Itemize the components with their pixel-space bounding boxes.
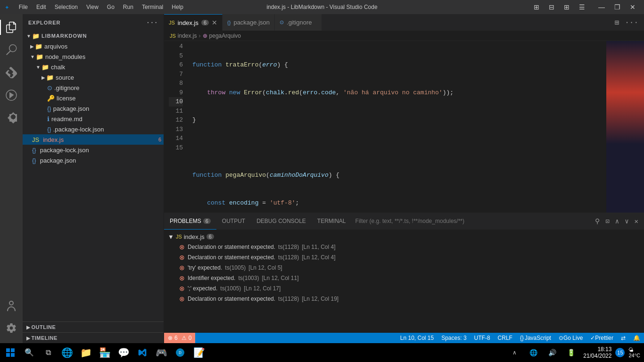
taskview-button[interactable]: ⧉ [40,344,57,361]
panel-up-icon[interactable]: ∧ [613,216,621,226]
sidebar-more-actions[interactable]: ··· [146,19,158,26]
tree-chalk[interactable]: ▼ 📁 chalk [23,62,164,72]
tree-package-lock-inner[interactable]: {} .package-lock.json [23,124,164,134]
problem-item-5[interactable]: ⊗ Declaration or statement expected. ts(… [164,294,644,304]
timeline-header[interactable]: ▶ TIMELINE [23,333,164,343]
tree-arquivos[interactable]: ▶ 📁 arquivos [23,41,164,51]
node-modules-arrow-icon: ▼ [30,54,35,59]
tree-gitignore[interactable]: ⊙ .gitignore [23,82,164,93]
menu-terminal[interactable]: Terminal [138,3,167,11]
tree-node-modules[interactable]: ▼ 📁 node_modules [23,51,164,62]
teams-icon[interactable]: 💬 [115,344,132,361]
menu-run[interactable]: Run [119,3,137,11]
menu-view[interactable]: View [83,3,102,11]
layout-icon[interactable]: ⊞ [530,1,543,13]
tree-readme[interactable]: ℹ readme.md [23,114,164,124]
maximize-button[interactable]: ❐ [611,1,624,13]
error-icon-4: ⊗ [179,285,185,292]
outline-header[interactable]: ▶ OUTLINE [23,322,164,332]
activity-git[interactable] [0,61,23,84]
start-button[interactable] [2,344,19,361]
tab-gitignore[interactable]: ⊙ .gitignore [275,14,322,31]
tree-index-js[interactable]: JS index.js 6 [23,134,164,145]
status-prettier[interactable]: ✓ Prettier [586,333,617,343]
tree-source[interactable]: ▶ 📁 source [23,72,164,82]
dell-icon[interactable]: D [172,344,189,361]
file-tree: ▼ 📁 LIBMARKDOWN ▶ 📁 arquivos ▼ 📁 node_mo… [23,31,164,321]
tree-chalk-package[interactable]: {} package.json [23,103,164,114]
tab-package-json[interactable]: {} package.json [223,14,275,31]
sticky-notes-icon[interactable]: 📝 [190,344,207,361]
close-button[interactable]: ✕ [626,1,639,13]
notification-badge[interactable]: 15 [615,348,625,357]
tree-package-json[interactable]: {} package.json [23,155,164,165]
vscode-taskbar[interactable] [134,344,151,361]
status-position[interactable]: Ln 10, Col 15 [396,333,438,343]
tab-index-js[interactable]: JS index.js 6 ✕ [164,14,223,31]
prettier-text: Prettier [595,335,613,341]
status-remote-icon[interactable]: ⇄ [617,333,629,343]
status-spaces[interactable]: Spaces: 3 [438,333,470,343]
tree-package-lock[interactable]: {} package-lock.json [23,145,164,155]
store-icon[interactable]: 🏪 [96,344,113,361]
tree-root[interactable]: ▼ 📁 LIBMARKDOWN [23,31,164,41]
output-tab-label: OUTPUT [222,218,245,224]
error-icon-0: ⊗ [179,243,185,251]
status-encoding[interactable]: UTF-8 [471,333,494,343]
activity-settings[interactable] [0,317,23,339]
split-editor-icon[interactable]: ⊞ [613,17,621,28]
menu-help[interactable]: Help [168,3,187,11]
menu-edit[interactable]: Edit [33,3,50,11]
code-editor[interactable]: 4 5 6 7 8 9 10 11 12 13 14 15 function t… [164,41,644,213]
problem-item-3[interactable]: ⊗ Identifier expected. ts(1003) [Ln 12, … [164,273,644,283]
search-taskbar[interactable]: 🔍 [21,344,38,361]
status-go-live[interactable]: ⊙ Go Live [555,333,586,343]
activity-search[interactable] [0,39,23,61]
panel-icon[interactable]: ☰ [575,1,589,13]
panel-tab-terminal[interactable]: TERMINAL [312,213,352,230]
status-bell-icon[interactable]: 🔔 [629,333,644,343]
battery-icon[interactable]: 🔋 [562,344,579,361]
tab-index-js-close[interactable]: ✕ [212,19,217,26]
layout2-icon[interactable]: ⊟ [545,1,558,13]
problem-group-header[interactable]: ▼ JS index.js 6 [164,231,644,242]
tree-license[interactable]: 🔑 license [23,93,164,103]
status-line-ending[interactable]: CRLF [494,333,516,343]
sidebar: Explorer ··· ▼ 📁 LIBMARKDOWN ▶ 📁 arquivo… [23,14,164,343]
problem-text-5: Declaration or statement expected. [188,296,275,302]
edge-icon[interactable]: 🌐 [58,344,75,361]
panel-tab-output[interactable]: OUTPUT [216,213,251,230]
taskbar-clock[interactable]: 18:13 21/04/2022 [581,346,613,359]
filter-icon[interactable]: ⚲ [593,216,602,226]
panel-tab-problems[interactable]: PROBLEMS 6 [164,213,216,230]
panel-expand-icon[interactable]: ⊡ [603,216,611,226]
discord-icon[interactable]: 🎮 [153,344,170,361]
panel-down-icon[interactable]: ∨ [623,216,630,226]
problem-item-4[interactable]: ⊗ ';' expected. ts(1005) [Ln 12, Col 17] [164,283,644,294]
filter-input[interactable] [355,218,590,224]
activity-account[interactable] [0,294,23,317]
minimize-button[interactable]: — [594,1,609,13]
problem-item-1[interactable]: ⊗ Declaration or statement expected. ts(… [164,252,644,263]
menu-go[interactable]: Go [103,3,118,11]
status-errors[interactable]: ⊗ 6 ⚠ 0 [164,333,195,343]
menu-selection[interactable]: Selection [51,3,82,11]
problem-item-2[interactable]: ⊗ 'try' expected. ts(1005) [Ln 12, Col 5… [164,263,644,273]
taskbar-weather[interactable]: 🌤 24°C [627,347,642,358]
problem-item-0[interactable]: ⊗ Declaration or statement expected. ts(… [164,242,644,252]
status-language[interactable]: {} JavaScript [516,333,555,343]
panel-close-icon[interactable]: ✕ [633,216,640,226]
code-content[interactable]: function trataErro(erro) { throw new Err… [188,41,606,213]
network-icon[interactable]: 🌐 [525,344,542,361]
panel-tab-debug[interactable]: DEBUG CONSOLE [251,213,312,230]
volume-icon[interactable]: 🔊 [544,344,561,361]
explorer-icon[interactable]: 📁 [77,344,94,361]
activity-run[interactable] [0,84,23,107]
more-tab-actions-icon[interactable]: ··· [623,17,640,28]
show-hidden-icon[interactable]: ∧ [506,344,523,361]
activity-explorer[interactable] [0,16,23,39]
activity-extensions[interactable] [0,107,23,129]
menu-file[interactable]: File [15,3,32,11]
breadcrumb-file[interactable]: index.js [178,33,197,39]
layout3-icon[interactable]: ⊞ [560,1,573,13]
